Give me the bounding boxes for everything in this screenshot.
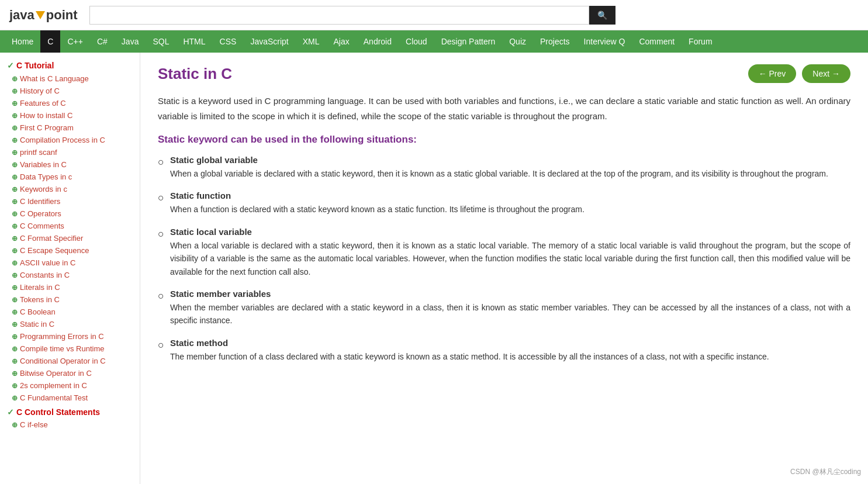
- sidebar-item-bitwise-operator[interactable]: ⊕ Bitwise Operator in C: [0, 367, 140, 379]
- plus-icon: ⊕: [12, 394, 18, 402]
- intro-text: Static is a keyword used in C programmin…: [158, 94, 850, 123]
- nav-java[interactable]: Java: [115, 30, 146, 53]
- nav-forum[interactable]: Forum: [682, 30, 719, 53]
- nav-android[interactable]: Android: [357, 30, 399, 53]
- sidebar-item-format-specifier[interactable]: ⊕ C Format Specifier: [0, 232, 140, 244]
- nav-css[interactable]: CSS: [213, 30, 244, 53]
- sidebar-item-compilation[interactable]: ⊕ Compilation Process in C: [0, 134, 140, 146]
- logo-triangle-icon: [36, 11, 45, 19]
- next-button[interactable]: Next →: [802, 64, 850, 83]
- plus-icon: ⊕: [12, 247, 18, 255]
- sidebar-item-first-program[interactable]: ⊕ First C Program: [0, 122, 140, 134]
- sidebar-item-keywords[interactable]: ⊕ Keywords in c: [0, 183, 140, 195]
- bullet-icon: ○: [158, 228, 164, 240]
- item-content-static-method: Static method The member function of a c…: [170, 338, 850, 363]
- sidebar-item-identifiers[interactable]: ⊕ C Identifiers: [0, 195, 140, 208]
- sidebar-item-features[interactable]: ⊕ Features of C: [0, 97, 140, 109]
- item-title-static-local: Static local variable: [170, 227, 850, 237]
- nav-buttons: ← Prev Next →: [748, 64, 850, 83]
- nav-csharp[interactable]: C#: [90, 30, 115, 53]
- nav-html[interactable]: HTML: [176, 30, 212, 53]
- item-content-static-member: Static member variables When the member …: [170, 289, 850, 327]
- sidebar-tutorial-title: ✓ C Tutorial: [0, 58, 140, 72]
- check-icon: ✓: [7, 61, 14, 70]
- nav-ajax[interactable]: Ajax: [327, 30, 357, 53]
- item-desc-static-function: When a function is declared with a stati…: [170, 203, 850, 216]
- nav-cloud[interactable]: Cloud: [399, 30, 434, 53]
- item-desc-static-global: When a global variable is declared with …: [170, 167, 850, 180]
- item-title-static-member: Static member variables: [170, 289, 850, 299]
- logo-java: java: [9, 8, 34, 23]
- list-item-static-local: ○ Static local variable When a local var…: [158, 227, 850, 278]
- list-item-static-global: ○ Static global variable When a global v…: [158, 155, 850, 180]
- sidebar-item-static[interactable]: ⊕ Static in C: [0, 318, 140, 330]
- plus-icon: ⊕: [12, 421, 18, 429]
- sidebar-item-tokens[interactable]: ⊕ Tokens in C: [0, 293, 140, 306]
- nav-c[interactable]: C: [40, 30, 60, 53]
- prev-button[interactable]: ← Prev: [748, 64, 797, 83]
- item-title-static-global: Static global variable: [170, 155, 850, 165]
- sidebar-item-operators[interactable]: ⊕ C Operators: [0, 208, 140, 220]
- sidebar-item-escape-sequence[interactable]: ⊕ C Escape Sequence: [0, 244, 140, 257]
- nav-design-pattern[interactable]: Design Pattern: [434, 30, 503, 53]
- nav-projects[interactable]: Projects: [533, 30, 577, 53]
- plus-icon: ⊕: [12, 333, 18, 341]
- plus-icon: ⊕: [12, 271, 18, 279]
- check-icon-2: ✓: [7, 407, 14, 417]
- sidebar-item-conditional-operator[interactable]: ⊕ Conditional Operator in C: [0, 355, 140, 367]
- sidebar-item-literals[interactable]: ⊕ Literals in C: [0, 281, 140, 293]
- search-bar: 🔍: [89, 6, 615, 25]
- logo: java point: [9, 8, 78, 23]
- sidebar-control-label: C Control Statements: [16, 407, 100, 417]
- nav-javascript[interactable]: JavaScript: [243, 30, 295, 53]
- sidebar-item-history[interactable]: ⊕ History of C: [0, 85, 140, 97]
- plus-icon: ⊕: [12, 357, 18, 365]
- nav-interview-q[interactable]: Interview Q: [577, 30, 632, 53]
- sidebar-item-variables[interactable]: ⊕ Variables in C: [0, 158, 140, 171]
- nav-comment[interactable]: Comment: [632, 30, 682, 53]
- sidebar-item-if-else[interactable]: ⊕ C if-else: [0, 419, 140, 431]
- search-input[interactable]: [89, 6, 589, 25]
- nav-quiz[interactable]: Quiz: [502, 30, 533, 53]
- sidebar-tutorial-label: C Tutorial: [16, 61, 54, 70]
- item-title-static-method: Static method: [170, 338, 850, 348]
- plus-icon: ⊕: [12, 75, 18, 83]
- main-content: Static in C ← Prev Next → Static is a ke…: [140, 53, 868, 484]
- sidebar-item-constants[interactable]: ⊕ Constants in C: [0, 269, 140, 281]
- bullet-icon: ○: [158, 290, 164, 302]
- nav-bar: Home C C++ C# Java SQL HTML CSS JavaScri…: [0, 30, 868, 53]
- plus-icon: ⊕: [12, 112, 18, 120]
- sidebar-item-how-to-install[interactable]: ⊕ How to install C: [0, 109, 140, 122]
- bullet-icon: ○: [158, 192, 164, 204]
- sidebar-item-what-is-c[interactable]: ⊕ What is C Language: [0, 72, 140, 85]
- plus-icon: ⊕: [12, 382, 18, 390]
- page-header: Static in C ← Prev Next →: [158, 64, 850, 83]
- sidebar-item-ascii[interactable]: ⊕ ASCII value in C: [0, 257, 140, 269]
- plus-icon: ⊕: [12, 148, 18, 157]
- nav-xml[interactable]: XML: [296, 30, 327, 53]
- nav-cpp[interactable]: C++: [60, 30, 89, 53]
- plus-icon: ⊕: [12, 198, 18, 206]
- sidebar-item-2s-complement[interactable]: ⊕ 2s complement in C: [0, 379, 140, 392]
- nav-home[interactable]: Home: [5, 30, 40, 53]
- plus-icon: ⊕: [12, 320, 18, 329]
- sidebar-item-comments[interactable]: ⊕ C Comments: [0, 220, 140, 232]
- sidebar-item-boolean[interactable]: ⊕ C Boolean: [0, 306, 140, 318]
- sidebar-item-data-types[interactable]: ⊕ Data Types in c: [0, 171, 140, 183]
- nav-sql[interactable]: SQL: [146, 30, 176, 53]
- sidebar-item-compile-runtime[interactable]: ⊕ Compile time vs Runtime: [0, 343, 140, 355]
- list-item-static-method: ○ Static method The member function of a…: [158, 338, 850, 363]
- item-content-static-local: Static local variable When a local varia…: [170, 227, 850, 278]
- sidebar-item-fundamental-test[interactable]: ⊕ C Fundamental Test: [0, 392, 140, 404]
- plus-icon: ⊕: [12, 308, 18, 316]
- list-item-static-member: ○ Static member variables When the membe…: [158, 289, 850, 327]
- list-item-static-function: ○ Static function When a function is dec…: [158, 191, 850, 216]
- plus-icon: ⊕: [12, 259, 18, 267]
- item-content-static-function: Static function When a function is decla…: [170, 191, 850, 216]
- sidebar-item-programming-errors[interactable]: ⊕ Programming Errors in C: [0, 330, 140, 343]
- plus-icon: ⊕: [12, 296, 18, 304]
- search-button[interactable]: 🔍: [589, 6, 615, 25]
- section-heading: Static keyword can be used in the follow…: [158, 134, 850, 146]
- sidebar-item-printf-scanf[interactable]: ⊕ printf scanf: [0, 146, 140, 158]
- plus-icon: ⊕: [12, 234, 18, 243]
